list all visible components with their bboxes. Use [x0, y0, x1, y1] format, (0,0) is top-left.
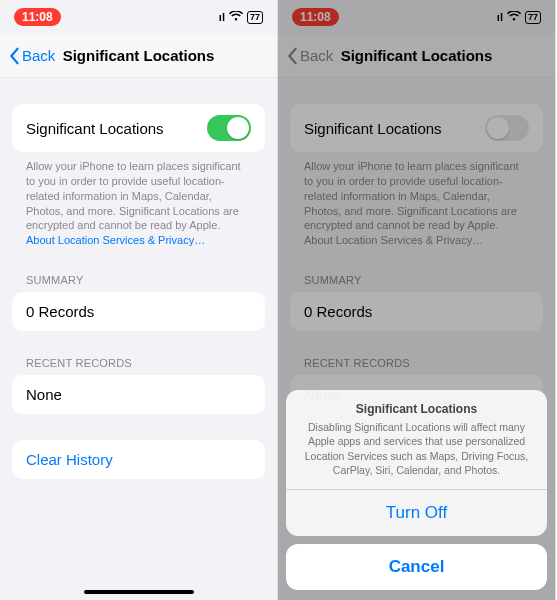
privacy-link[interactable]: About Location Services & Privacy…	[26, 234, 205, 246]
status-indicators: ıl 77	[219, 11, 263, 24]
wifi-icon	[229, 11, 243, 23]
signal-icon: ıl	[219, 11, 225, 23]
summary-cell[interactable]: 0 Records	[12, 292, 265, 331]
phone-left: 11:08 ıl 77 Back Significant Locations S…	[0, 0, 278, 600]
back-label: Back	[22, 47, 55, 64]
summary-header: SUMMARY	[12, 274, 265, 292]
status-time-badge: 11:08	[14, 8, 61, 26]
turn-off-button[interactable]: Turn Off	[286, 489, 547, 536]
action-sheet-header: Significant Locations Disabling Signific…	[286, 390, 547, 489]
footer-description: Allow your iPhone to learn places signif…	[26, 160, 241, 231]
recent-records-header: RECENT RECORDS	[12, 357, 265, 375]
action-sheet-message: Disabling Significant Locations will aff…	[302, 420, 531, 477]
action-sheet-body: Significant Locations Disabling Signific…	[286, 390, 547, 536]
cancel-button[interactable]: Cancel	[286, 544, 547, 590]
home-indicator[interactable]	[84, 590, 194, 594]
toggle-footer: Allow your iPhone to learn places signif…	[12, 152, 265, 248]
toggle-label: Significant Locations	[26, 120, 164, 137]
action-sheet-title: Significant Locations	[302, 402, 531, 416]
back-button[interactable]: Back	[8, 47, 55, 65]
battery-icon: 77	[247, 11, 263, 24]
nav-bar: Back Significant Locations	[0, 34, 277, 78]
recent-records-value: None	[26, 386, 62, 403]
significant-locations-toggle-row[interactable]: Significant Locations	[12, 104, 265, 152]
summary-value: 0 Records	[26, 303, 94, 320]
recent-records-cell: None	[12, 375, 265, 414]
action-sheet: Significant Locations Disabling Signific…	[286, 390, 547, 590]
phone-right: 11:08 ıl 77 Back Significant Locations S…	[278, 0, 556, 600]
status-bar: 11:08 ıl 77	[0, 0, 277, 34]
clear-history-button[interactable]: Clear History	[12, 440, 265, 479]
content-area: Significant Locations Allow your iPhone …	[0, 78, 277, 479]
chevron-left-icon	[8, 47, 20, 65]
significant-locations-switch[interactable]	[207, 115, 251, 141]
clear-history-label: Clear History	[26, 451, 113, 468]
